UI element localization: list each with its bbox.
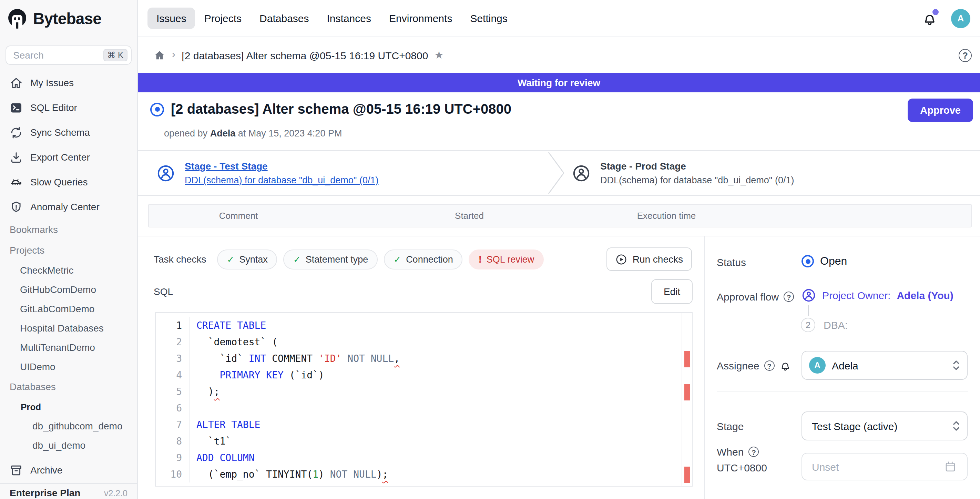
home-icon <box>10 76 23 89</box>
tab-issues[interactable]: Issues <box>148 8 196 29</box>
check-pass-icon: ✓ <box>227 254 235 264</box>
sidebar-environment-prod[interactable]: Prod <box>0 397 137 416</box>
main-area: Issues Projects Databases Instances Envi… <box>138 0 980 499</box>
sidebar-item-label: Export Center <box>30 152 90 163</box>
run-checks-label: Run checks <box>633 254 683 265</box>
bookmark-star-icon[interactable]: ★ <box>434 49 444 61</box>
approval-help-icon[interactable]: ? <box>784 292 794 302</box>
stage-card-test[interactable]: Stage - Test Stage DDL(schema) for datab… <box>156 151 379 195</box>
sidebar-item-slow-queries[interactable]: Slow Queries <box>0 170 137 194</box>
code-line: 9ADD COLUMN <box>156 450 682 466</box>
plan-label[interactable]: Enterprise Plan <box>10 487 80 498</box>
stage-subtitle: DDL(schema) for database "db_ui_demo" (0… <box>600 175 794 185</box>
terminal-icon <box>10 101 23 114</box>
notifications-bell-icon[interactable] <box>922 11 937 26</box>
select-chevrons-icon <box>953 420 960 432</box>
approval-user[interactable]: Adela (You) <box>897 289 953 301</box>
sidebar-item-sync-schema[interactable]: Sync Schema <box>0 120 137 145</box>
code-line: 5 ); <box>156 383 682 400</box>
download-icon <box>10 151 23 164</box>
issue-author[interactable]: Adela <box>210 128 236 138</box>
person-circle-icon <box>156 164 175 182</box>
tab-instances[interactable]: Instances <box>318 8 380 29</box>
sidebar-project-checkmetric[interactable]: CheckMetric <box>0 261 137 280</box>
column-started: Started <box>455 211 484 221</box>
when-date-input[interactable] <box>802 453 967 480</box>
error-marker <box>684 351 690 367</box>
search-input[interactable]: Search ⌘ K <box>5 46 132 65</box>
issue-side-panel: Status Open Approval flow ? Project Owne… <box>705 236 980 499</box>
breadcrumb-title[interactable]: [2 databases] Alter schema @05-15 16:19 … <box>181 49 428 61</box>
stage-title: Stage - Prod Stage <box>600 161 794 172</box>
sidebar-footer: Enterprise Plan v2.2.0 <box>0 483 137 499</box>
line-number: 10 <box>156 466 189 483</box>
check-syntax[interactable]: ✓ Syntax <box>218 249 277 269</box>
stage-label: Stage <box>717 420 744 432</box>
assignee-avatar: A <box>809 357 826 373</box>
user-avatar[interactable]: A <box>951 9 970 28</box>
approval-flow-label: Approval flow ? <box>717 291 794 303</box>
sql-section-header: SQL Edit <box>154 279 693 304</box>
approval-role: Project Owner: <box>822 289 891 301</box>
line-number: 6 <box>156 400 189 416</box>
sidebar-project-gitlabcomdemo[interactable]: GitLabComDemo <box>0 299 137 318</box>
sidebar-item-export-center[interactable]: Export Center <box>0 145 137 170</box>
help-icon[interactable]: ? <box>959 49 972 62</box>
when-help-icon[interactable]: ? <box>748 447 759 457</box>
stage-title[interactable]: Stage - Test Stage <box>185 161 379 172</box>
sql-editor[interactable]: 1CREATE TABLE2 `demotest` (3 `id` INT CO… <box>155 312 693 486</box>
sidebar-project-multitenantdemo[interactable]: MultiTenantDemo <box>0 338 137 357</box>
sidebar-project-hospital-databases[interactable]: Hospital Databases <box>0 318 137 338</box>
stage-select[interactable]: Test Stage (active) <box>802 412 967 440</box>
line-number: 4 <box>156 367 189 383</box>
logo[interactable]: Bytebase <box>0 0 137 37</box>
sidebar-db-ui-demo[interactable]: db_ui_demo <box>0 435 137 455</box>
brand-name: Bytebase <box>33 9 101 28</box>
approval-connector <box>808 305 809 316</box>
issue-open-icon <box>150 102 164 116</box>
shield-alert-icon <box>10 200 23 213</box>
assignee-value: Adela <box>832 359 858 371</box>
top-nav: Issues Projects Databases Instances Envi… <box>138 0 980 37</box>
search-shortcut: ⌘ K <box>103 49 127 61</box>
assignee-label: Assignee ? <box>717 360 791 372</box>
approve-button[interactable]: Approve <box>908 99 973 122</box>
check-sql-review[interactable]: ! SQL review <box>469 249 544 269</box>
check-label: SQL review <box>487 254 535 264</box>
sidebar-item-label: Slow Queries <box>30 176 88 188</box>
panel-divider <box>717 391 968 391</box>
line-number: 7 <box>156 416 189 433</box>
breadcrumb: › [2 databases] Alter schema @05-15 16:1… <box>138 37 980 73</box>
stage-subtitle[interactable]: DDL(schema) for database "db_ui_demo" (0… <box>185 175 379 185</box>
run-checks-button[interactable]: Run checks <box>606 248 692 271</box>
breadcrumb-home-icon[interactable] <box>154 49 165 61</box>
opened-at-label: at May 15, 2023 4:20 PM <box>238 128 342 138</box>
archive-icon <box>10 464 23 477</box>
code-line: 4 PRIMARY KEY (`id`) <box>156 367 682 383</box>
sidebar-db-githubcom-demo[interactable]: db_githubcom_demo <box>0 416 137 435</box>
sidebar-project-githubcomdemo[interactable]: GitHubComDemo <box>0 280 137 299</box>
sidebar-item-archive[interactable]: Archive <box>0 458 137 483</box>
tab-databases[interactable]: Databases <box>250 8 318 29</box>
code-line: 3 `id` INT COMMENT 'ID' NOT NULL, <box>156 350 682 367</box>
sidebar-project-uidemo[interactable]: UIDemo <box>0 357 137 376</box>
sidebar-item-label: My Issues <box>30 77 74 88</box>
sql-code-lines: 1CREATE TABLE2 `demotest` (3 `id` INT CO… <box>156 313 682 486</box>
assignee-help-icon[interactable]: ? <box>764 361 774 371</box>
stage-card-prod[interactable]: Stage - Prod Stage DDL(schema) for datab… <box>572 151 794 195</box>
notification-dot <box>932 9 939 15</box>
tab-projects[interactable]: Projects <box>196 8 250 29</box>
sidebar-item-label: SQL Editor <box>30 102 77 113</box>
edit-button[interactable]: Edit <box>651 279 693 304</box>
sidebar-item-sql-editor[interactable]: SQL Editor <box>0 95 137 120</box>
check-statement-type[interactable]: ✓ Statement type <box>283 249 378 269</box>
sidebar-item-my-issues[interactable]: My Issues <box>0 70 137 95</box>
check-connection[interactable]: ✓ Connection <box>384 249 463 269</box>
assignee-select[interactable]: A Adela <box>802 351 967 380</box>
when-timezone: UTC+0800 <box>717 462 767 474</box>
sidebar-item-anomaly-center[interactable]: Anomaly Center <box>0 194 137 219</box>
approval-step-2-badge: 2 <box>801 318 815 332</box>
tab-environments[interactable]: Environments <box>380 8 461 29</box>
assignee-bell-icon[interactable] <box>779 360 791 372</box>
tab-settings[interactable]: Settings <box>461 8 516 29</box>
